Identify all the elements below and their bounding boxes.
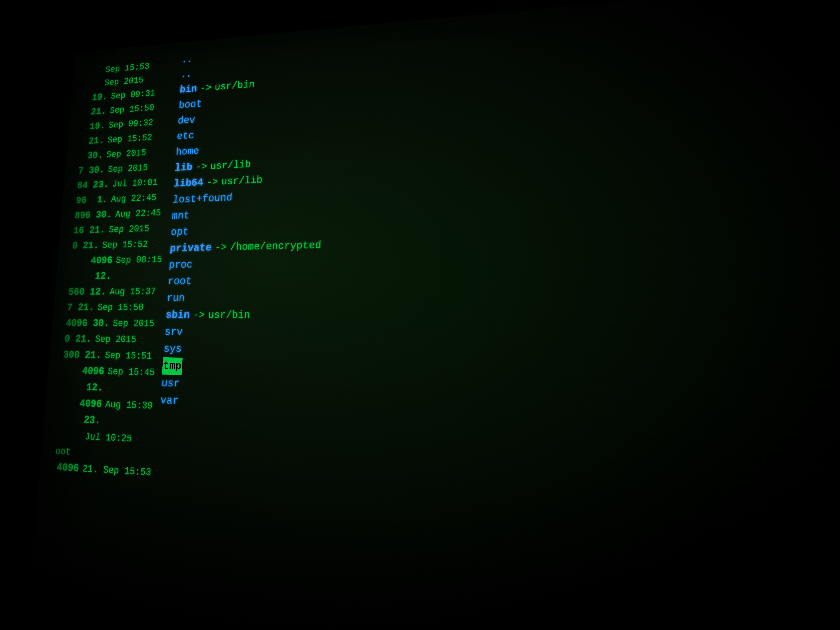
list-item: 4096 30. Sep 2015 [65,316,158,332]
list-item: 560 12. Aug 15:37 [68,283,161,300]
list-item: 0 21. Sep 15:52 [71,236,164,254]
list-item: 4096 12. Sep 15:45 [60,363,155,398]
terminal-screen: Sep 15:53 Sep 2015 19. Sep 09:31 21. Sep… [28,0,840,630]
list-item: 4096 12. Sep 08:15 [69,252,163,284]
list-item: 4096 23. Aug 15:39 [57,395,153,431]
list-item: 16 21. Sep 2015 [73,220,164,238]
list-item: 7 21. Sep 15:50 [66,299,159,316]
terminal-content: Sep 15:53 Sep 2015 19. Sep 09:31 21. Sep… [28,0,840,630]
list-item: 0 21. Sep 2015 [64,331,157,348]
file-listing-right: .. .. bin -> usr/bin boot dev etc [140,0,840,630]
list-item: 300 21. Sep 15:51 [63,347,156,365]
list-item: sbin -> usr/bin [165,305,840,325]
